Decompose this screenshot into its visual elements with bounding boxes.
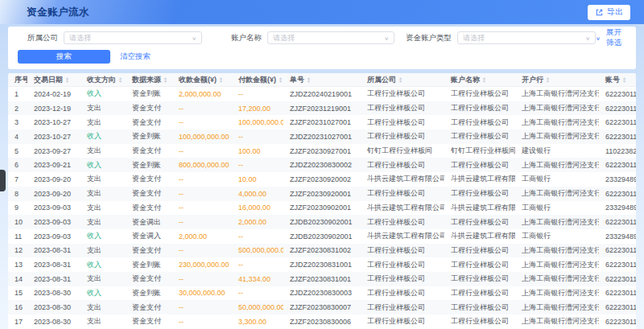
cell-company: 工程行业样板公司 (361, 160, 444, 171)
cell-trade-date: 2023-08-30 (27, 289, 80, 297)
table-header-cell-trade-date[interactable]: 交易日期▲▼ (27, 75, 80, 85)
cell-pay-amount: 10.00 (232, 175, 283, 183)
cell-company: 工程行业样板公司 (361, 103, 444, 113)
sort-icon: ▲▼ (546, 76, 550, 83)
filter-buttons-row: 搜索 清空搜索 (18, 50, 626, 64)
sort-icon: ▲▼ (279, 76, 283, 83)
table-row: 152023-08-30收入资金到账30,000,000.00--ZJDZ202… (8, 286, 636, 301)
cell-company: 钉钉工程行业样板间 (361, 146, 444, 156)
cell-bank: 上海工商银行漕河泾支行 (515, 260, 599, 270)
cell-company: 斗拱云建筑工程有限公司 (361, 203, 444, 213)
clear-search-button[interactable]: 清空搜索 (120, 51, 151, 62)
cell-bank: 上海工商银行漕河泾支行 (515, 88, 599, 99)
table-header-cell-account-no[interactable]: 账号▲▼ (599, 75, 636, 85)
search-button[interactable]: 搜索 (18, 50, 110, 64)
company-select-placeholder: 请选择 (69, 33, 91, 43)
cell-company: 工程行业样板公司 (361, 217, 444, 228)
column-label: 单号 (290, 75, 304, 85)
cell-receive-amount: -- (172, 118, 232, 126)
left-drawer-handle[interactable] (0, 170, 6, 191)
page-title: 资金账户流水 (27, 6, 89, 19)
cell-index: 10 (8, 218, 27, 226)
sort-icon: ▲▼ (65, 76, 69, 83)
cell-bank: 上海工商银行漕河泾支行 (515, 302, 599, 313)
cell-trade-date: 2023-08-31 (27, 261, 80, 269)
table-header-cell-doc-no[interactable]: 单号▲▼ (283, 75, 361, 85)
table-row: 52023-09-27支出资金支付--100.00ZJZF20230927001… (8, 144, 636, 158)
table-row: 162023-08-30支出资金支付--50,000,000.00ZJZF202… (8, 300, 636, 315)
export-button[interactable]: 导出 (588, 5, 630, 20)
cell-bank: 上海工商银行漕河泾支行 (515, 117, 599, 128)
cell-company: 工程行业样板公司 (361, 302, 444, 313)
filter-group-company: 所属公司 请选择 ∨ (27, 31, 202, 44)
company-select[interactable]: 请选择 ∨ (64, 31, 202, 44)
table-row: 32023-10-27支出资金支付--100,000,000.00ZJZF202… (8, 115, 636, 130)
cell-trade-date: 2023-09-27 (27, 147, 80, 155)
account-name-select[interactable]: 请选择 ∨ (267, 31, 394, 44)
company-filter-label: 所属公司 (27, 33, 58, 43)
expand-filters-link[interactable]: ∨ 展开筛选 (596, 27, 625, 48)
table-row: 102023-09-03支出资金调出--2,000.00ZJDB20230902… (8, 215, 636, 229)
cell-account-no: 622230111 (599, 161, 636, 169)
cell-index: 12 (8, 246, 27, 254)
table-header-cell-direction[interactable]: 收支方向▲▼ (80, 75, 126, 85)
table-header-cell-pay-amount[interactable]: 付款金额(¥)▲▼ (232, 75, 283, 85)
table-header-cell-index: 序号 (8, 75, 27, 85)
cell-account-no: 23329489 (599, 204, 636, 212)
cell-pay-amount: -- (232, 133, 283, 141)
table-header-cell-source[interactable]: 数据来源▲▼ (126, 75, 172, 85)
cell-receive-amount: -- (172, 175, 232, 183)
cell-pay-amount: -- (232, 289, 283, 297)
table-header-cell-bank[interactable]: 开户行▲▼ (515, 75, 599, 85)
chevron-down-icon: ∨ (192, 35, 196, 40)
table-row: 132023-08-31收入资金到账230,000,000.00--ZJDZ20… (8, 257, 636, 272)
cell-doc-no: ZJZF20230831001 (283, 275, 361, 283)
cell-bank: 上海工商银行漕河泾支行 (515, 245, 599, 256)
cell-company: 工程行业样板公司 (361, 88, 444, 99)
cell-trade-date: 2023-10-27 (27, 118, 80, 126)
cell-direction: 支出 (80, 117, 126, 128)
column-label: 收款金额(¥) (179, 75, 217, 85)
cell-doc-no: ZJZF20230902001 (283, 204, 361, 212)
cell-account-name: 工程行业样板公司 (444, 117, 515, 128)
cell-receive-amount: -- (172, 147, 232, 155)
cell-company: 工程行业样板公司 (361, 117, 444, 128)
cell-direction: 支出 (80, 203, 126, 213)
cell-trade-date: 2023-08-31 (27, 246, 80, 254)
cell-pay-amount: 3,300.00 (232, 318, 283, 326)
sort-icon: ▲▼ (482, 76, 486, 83)
cell-doc-no: ZJZF20230831002 (283, 246, 361, 254)
cell-account-name: 斗拱云建筑工程有限公司 (444, 203, 515, 213)
cell-account-name: 工程行业样板公司 (444, 88, 515, 99)
cell-account-no: 622230111 (599, 318, 636, 326)
cell-doc-no: ZJZF20230920001 (283, 190, 361, 198)
cell-pay-amount: 4,000.00 (232, 190, 283, 198)
table-header-cell-receive-amount[interactable]: 收款金额(¥)▲▼ (172, 75, 232, 85)
cell-pay-amount: 16,000.00 (232, 204, 283, 212)
cell-receive-amount: 2,000,000.00 (172, 90, 232, 98)
cell-account-name: 工程行业样板公司 (444, 302, 515, 313)
cell-trade-date: 2023-08-31 (27, 275, 80, 283)
cell-pay-amount: -- (232, 232, 283, 241)
cell-receive-amount: 230,000,000.00 (172, 261, 232, 269)
account-type-select[interactable]: 请选择 ∨ (457, 31, 596, 44)
column-label: 数据来源 (132, 75, 161, 85)
cell-bank: 工商银行 (515, 231, 599, 241)
cell-direction: 收入 (80, 260, 126, 270)
cell-pay-amount: 500,000,000.00 (232, 246, 283, 254)
cell-company: 斗拱云建筑工程有限公司 (361, 174, 444, 184)
account-type-filter-label: 资金账户类型 (406, 33, 452, 43)
cell-bank: 工商银行 (515, 203, 599, 213)
cell-receive-amount: 800,000,000.00 (172, 161, 232, 169)
cell-account-no: 23329489 (599, 175, 636, 183)
cell-trade-date: 2023-09-21 (27, 161, 80, 169)
cell-source: 资金到账 (126, 160, 172, 171)
account-type-select-placeholder: 请选择 (463, 33, 485, 43)
cell-receive-amount: 100,000,000.00 (172, 133, 232, 141)
cell-receive-amount: 30,000,000.00 (172, 289, 232, 297)
table-header-cell-company[interactable]: 所属公司▲▼ (361, 75, 444, 85)
cell-account-no: 622230111 (599, 218, 636, 226)
cell-receive-amount: 2,000.00 (172, 232, 232, 241)
cell-direction: 支出 (80, 302, 126, 313)
table-header-cell-account-name[interactable]: 账户名称▲▼ (444, 75, 515, 85)
